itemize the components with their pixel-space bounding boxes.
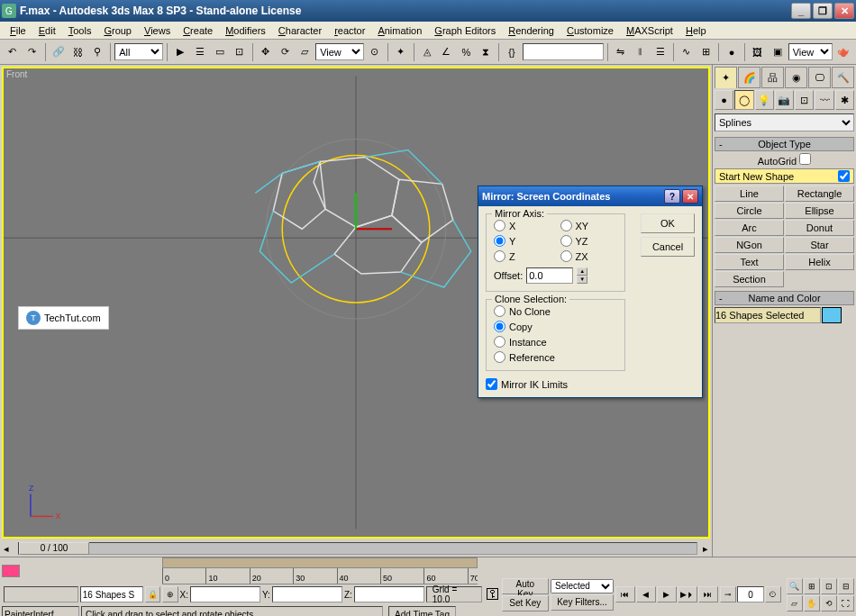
pan-button[interactable]: ✋	[804, 595, 820, 611]
menu-help[interactable]: Help	[679, 23, 713, 38]
menu-rendering[interactable]: Rendering	[502, 23, 560, 38]
arc-rotate-button[interactable]: ⟲	[821, 595, 837, 611]
manipulate-button[interactable]: ✦	[392, 42, 410, 62]
pivot-button[interactable]: ⊙	[366, 42, 384, 62]
offset-spin-down[interactable]: ▼	[577, 276, 587, 284]
axis-y-radio[interactable]: Y	[494, 235, 551, 247]
bind-button[interactable]: ⚲	[88, 42, 106, 62]
keyfilters-button[interactable]: Key Filters...	[551, 594, 614, 611]
keymode-toggle[interactable]: ⊸	[720, 586, 736, 602]
shape-text-button[interactable]: Text	[715, 254, 784, 270]
menu-views[interactable]: Views	[138, 23, 177, 38]
ok-button[interactable]: OK	[641, 213, 695, 233]
axis-xy-radio[interactable]: XY	[560, 220, 618, 231]
zoom-button[interactable]: 🔍	[787, 578, 803, 594]
rotate-button[interactable]: ⟳	[276, 42, 294, 62]
next-frame-button[interactable]: ▶⏵	[678, 586, 697, 602]
unlink-button[interactable]: ⛓	[69, 42, 87, 62]
create-tab[interactable]: ✦	[715, 67, 737, 88]
current-frame[interactable]	[737, 586, 764, 602]
ref-coordsys[interactable]: View	[315, 43, 364, 60]
shape-section-button[interactable]: Section	[715, 271, 784, 287]
link-button[interactable]: 🔗	[50, 42, 68, 62]
category-dropdown[interactable]: Splines	[715, 113, 854, 131]
menu-tools[interactable]: Tools	[62, 23, 98, 38]
percent-snap-button[interactable]: %	[457, 42, 475, 62]
menu-create[interactable]: Create	[177, 23, 219, 38]
menu-modifiers[interactable]: Modifiers	[219, 23, 272, 38]
menu-character[interactable]: Character	[272, 23, 328, 38]
shape-arc-button[interactable]: Arc	[715, 220, 784, 236]
display-tab[interactable]: 🖵	[808, 67, 831, 88]
snap-button[interactable]: ◬	[418, 42, 436, 62]
geometry-subtab[interactable]: ●	[715, 90, 733, 110]
named-selset-button[interactable]: {}	[503, 42, 521, 62]
axis-x-radio[interactable]: X	[494, 220, 551, 231]
move-button[interactable]: ✥	[256, 42, 274, 62]
trackbar-key[interactable]	[2, 565, 20, 577]
curve-editor-button[interactable]: ∿	[677, 42, 695, 62]
minmax-button[interactable]: ⛶	[838, 595, 854, 611]
setkey-button[interactable]: Set Key	[502, 595, 549, 611]
shape-rectangle-button[interactable]: Rectangle	[785, 186, 854, 202]
helpers-subtab[interactable]: ⊡	[795, 90, 814, 110]
z-coord[interactable]	[354, 586, 424, 602]
time-tag[interactable]: Add Time Tag	[388, 606, 456, 616]
modify-tab[interactable]: 🌈	[738, 67, 760, 88]
object-type-rollout[interactable]: Object Type	[715, 137, 854, 151]
select-rect-button[interactable]: ▭	[211, 42, 229, 62]
axis-yz-radio[interactable]: YZ	[560, 235, 618, 247]
clone-copy-radio[interactable]: Copy	[494, 321, 617, 332]
quick-render-button[interactable]: ▣	[769, 42, 787, 62]
zoom-extents-button[interactable]: ⊡	[821, 578, 837, 594]
systems-subtab[interactable]: ✱	[835, 90, 854, 110]
shape-helix-button[interactable]: Helix	[785, 254, 854, 270]
material-button[interactable]: ●	[723, 42, 741, 62]
fov-button[interactable]: ▱	[787, 595, 803, 611]
autogrid-checkbox[interactable]	[799, 153, 811, 165]
dialog-titlebar[interactable]: Mirror: Screen Coordinates ? ✕	[478, 186, 702, 206]
redo-button[interactable]: ↷	[23, 42, 41, 62]
undo-button[interactable]: ↶	[4, 42, 22, 62]
shape-line-button[interactable]: Line	[715, 186, 784, 202]
object-color-swatch[interactable]	[822, 307, 842, 323]
shapes-subtab[interactable]: ◯	[734, 90, 753, 110]
align-button[interactable]: ⫴	[632, 42, 650, 62]
time-config-button[interactable]: ⏲	[765, 586, 781, 602]
schematic-button[interactable]: ⊞	[697, 42, 715, 62]
menu-group[interactable]: Group	[97, 23, 138, 38]
start-shape-checkbox[interactable]	[838, 170, 850, 182]
render-preset[interactable]: View	[788, 43, 833, 60]
lights-subtab[interactable]: 💡	[755, 90, 774, 110]
angle-snap-button[interactable]: ∠	[437, 42, 455, 62]
select-name-button[interactable]: ☰	[191, 42, 209, 62]
y-coord[interactable]	[272, 586, 342, 602]
clone-no-clone-radio[interactable]: No Clone	[494, 305, 617, 317]
minimize-button[interactable]: _	[791, 3, 811, 19]
menu-reactor[interactable]: reactor	[328, 23, 371, 38]
zoom-all-button[interactable]: ⊞	[804, 578, 820, 594]
time-slider[interactable]: ◂ 0 / 100 ▸	[0, 540, 712, 557]
menu-maxscript[interactable]: MAXScript	[620, 23, 679, 38]
cameras-subtab[interactable]: 📷	[775, 90, 794, 110]
motion-tab[interactable]: ◉	[785, 67, 807, 88]
mirror-ik-checkbox[interactable]	[486, 378, 497, 390]
timeslider-prev[interactable]: ◂	[4, 543, 14, 555]
time-thumb[interactable]: 0 / 100	[19, 542, 89, 555]
object-name-field[interactable]	[715, 307, 821, 323]
scale-button[interactable]: ▱	[296, 42, 314, 62]
play-button[interactable]: ▶	[657, 586, 677, 602]
menu-graph-editors[interactable]: Graph Editors	[428, 23, 502, 38]
render-scene-button[interactable]: 🖼	[749, 42, 767, 62]
cancel-button[interactable]: Cancel	[641, 237, 695, 257]
goto-end-button[interactable]: ⏭	[698, 586, 718, 602]
shape-star-button[interactable]: Star	[785, 237, 854, 253]
window-crossing-button[interactable]: ⊡	[231, 42, 249, 62]
keymode-dropdown[interactable]: Selected	[551, 579, 614, 593]
offset-input[interactable]	[526, 267, 573, 284]
lock-button[interactable]: 🔒	[145, 586, 160, 602]
zoom-extents-all-button[interactable]: ⊟	[838, 578, 854, 594]
shape-donut-button[interactable]: Donut	[785, 220, 854, 236]
spinner-snap-button[interactable]: ⧗	[477, 42, 495, 62]
menu-animation[interactable]: Animation	[371, 23, 428, 38]
